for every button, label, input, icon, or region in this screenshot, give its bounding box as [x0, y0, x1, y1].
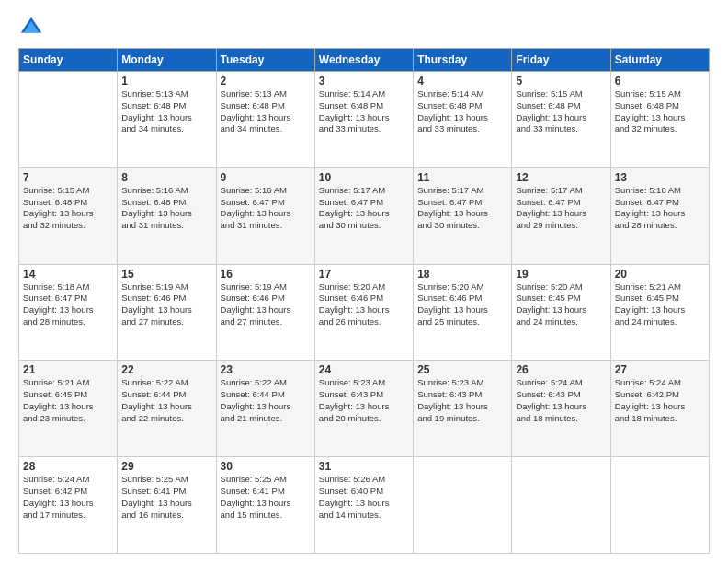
day-number: 23: [221, 363, 311, 376]
day-info: Sunrise: 5:24 AMSunset: 6:42 PMDaylight:…: [23, 474, 94, 519]
day-number: 11: [417, 171, 507, 184]
day-cell: 22 Sunrise: 5:22 AMSunset: 6:44 PMDaylig…: [118, 361, 216, 457]
day-cell: 8 Sunrise: 5:16 AMSunset: 6:48 PMDayligh…: [118, 167, 216, 264]
day-cell: 20 Sunrise: 5:21 AMSunset: 6:45 PMDaylig…: [610, 264, 709, 361]
day-number: 12: [516, 171, 606, 184]
day-number: 18: [417, 268, 507, 281]
day-cell: 21 Sunrise: 5:21 AMSunset: 6:45 PMDaylig…: [19, 361, 118, 457]
logo-icon: [18, 15, 44, 40]
day-cell: 31 Sunrise: 5:26 AMSunset: 6:40 PMDaylig…: [314, 457, 413, 554]
day-cell: 13 Sunrise: 5:18 AMSunset: 6:47 PMDaylig…: [610, 167, 709, 264]
day-number: 22: [121, 363, 211, 376]
weekday-header-saturday: Saturday: [610, 49, 709, 72]
day-number: 15: [121, 268, 211, 281]
day-cell: [414, 457, 512, 554]
day-info: Sunrise: 5:24 AMSunset: 6:43 PMDaylight:…: [516, 377, 586, 422]
day-cell: [610, 457, 709, 554]
week-row-4: 21 Sunrise: 5:21 AMSunset: 6:45 PMDaylig…: [19, 361, 710, 457]
day-number: 20: [615, 268, 705, 281]
day-cell: 16 Sunrise: 5:19 AMSunset: 6:46 PMDaylig…: [216, 264, 314, 361]
day-info: Sunrise: 5:15 AMSunset: 6:48 PMDaylight:…: [615, 88, 686, 133]
day-cell: 2 Sunrise: 5:13 AMSunset: 6:48 PMDayligh…: [216, 72, 314, 168]
day-info: Sunrise: 5:21 AMSunset: 6:45 PMDaylight:…: [23, 377, 94, 422]
day-cell: 25 Sunrise: 5:23 AMSunset: 6:43 PMDaylig…: [414, 361, 512, 457]
day-info: Sunrise: 5:14 AMSunset: 6:48 PMDaylight:…: [417, 88, 488, 133]
day-cell: 28 Sunrise: 5:24 AMSunset: 6:42 PMDaylig…: [19, 457, 118, 554]
day-number: 30: [221, 460, 311, 473]
day-info: Sunrise: 5:17 AMSunset: 6:47 PMDaylight:…: [516, 185, 586, 230]
weekday-header-monday: Monday: [118, 49, 216, 72]
day-info: Sunrise: 5:20 AMSunset: 6:45 PMDaylight:…: [516, 282, 586, 327]
day-info: Sunrise: 5:25 AMSunset: 6:41 PMDaylight:…: [121, 474, 192, 519]
day-info: Sunrise: 5:18 AMSunset: 6:47 PMDaylight:…: [615, 185, 686, 230]
day-cell: 3 Sunrise: 5:14 AMSunset: 6:48 PMDayligh…: [314, 72, 413, 168]
day-info: Sunrise: 5:19 AMSunset: 6:46 PMDaylight:…: [221, 282, 291, 327]
weekday-header-sunday: Sunday: [19, 49, 118, 72]
day-cell: 30 Sunrise: 5:25 AMSunset: 6:41 PMDaylig…: [216, 457, 314, 554]
weekday-header-wednesday: Wednesday: [314, 49, 413, 72]
day-cell: 4 Sunrise: 5:14 AMSunset: 6:48 PMDayligh…: [414, 72, 512, 168]
day-cell: [19, 72, 118, 168]
day-number: 29: [121, 460, 211, 473]
day-info: Sunrise: 5:25 AMSunset: 6:41 PMDaylight:…: [221, 474, 291, 519]
day-info: Sunrise: 5:16 AMSunset: 6:47 PMDaylight:…: [221, 185, 291, 230]
day-info: Sunrise: 5:18 AMSunset: 6:47 PMDaylight:…: [23, 282, 94, 327]
day-cell: 15 Sunrise: 5:19 AMSunset: 6:46 PMDaylig…: [118, 264, 216, 361]
day-cell: 9 Sunrise: 5:16 AMSunset: 6:47 PMDayligh…: [216, 167, 314, 264]
day-number: 13: [615, 171, 705, 184]
day-number: 14: [23, 268, 113, 281]
day-info: Sunrise: 5:16 AMSunset: 6:48 PMDaylight:…: [121, 185, 192, 230]
day-info: Sunrise: 5:22 AMSunset: 6:44 PMDaylight:…: [221, 377, 291, 422]
day-cell: 12 Sunrise: 5:17 AMSunset: 6:47 PMDaylig…: [512, 167, 610, 264]
day-number: 5: [516, 75, 606, 87]
week-row-3: 14 Sunrise: 5:18 AMSunset: 6:47 PMDaylig…: [19, 264, 710, 361]
day-number: 28: [23, 460, 113, 473]
day-number: 1: [121, 75, 211, 87]
weekday-header-tuesday: Tuesday: [216, 49, 314, 72]
day-info: Sunrise: 5:15 AMSunset: 6:48 PMDaylight:…: [23, 185, 94, 230]
day-cell: 11 Sunrise: 5:17 AMSunset: 6:47 PMDaylig…: [414, 167, 512, 264]
day-info: Sunrise: 5:15 AMSunset: 6:48 PMDaylight:…: [516, 88, 586, 133]
day-cell: 6 Sunrise: 5:15 AMSunset: 6:48 PMDayligh…: [610, 72, 709, 168]
day-number: 21: [23, 363, 113, 376]
weekday-header-row: SundayMondayTuesdayWednesdayThursdayFrid…: [19, 49, 710, 72]
day-info: Sunrise: 5:19 AMSunset: 6:46 PMDaylight:…: [121, 282, 192, 327]
day-number: 31: [319, 460, 409, 473]
week-row-1: 1 Sunrise: 5:13 AMSunset: 6:48 PMDayligh…: [19, 72, 710, 168]
day-info: Sunrise: 5:24 AMSunset: 6:42 PMDaylight:…: [615, 377, 686, 422]
week-row-5: 28 Sunrise: 5:24 AMSunset: 6:42 PMDaylig…: [19, 457, 710, 554]
day-number: 16: [221, 268, 311, 281]
day-number: 25: [417, 363, 507, 376]
day-number: 6: [615, 75, 705, 87]
day-number: 3: [319, 75, 409, 87]
day-cell: 5 Sunrise: 5:15 AMSunset: 6:48 PMDayligh…: [512, 72, 610, 168]
day-cell: 27 Sunrise: 5:24 AMSunset: 6:42 PMDaylig…: [610, 361, 709, 457]
day-number: 24: [319, 363, 409, 376]
day-info: Sunrise: 5:20 AMSunset: 6:46 PMDaylight:…: [319, 282, 390, 327]
day-number: 8: [121, 171, 211, 184]
day-number: 4: [417, 75, 507, 87]
day-cell: 14 Sunrise: 5:18 AMSunset: 6:47 PMDaylig…: [19, 264, 118, 361]
day-info: Sunrise: 5:22 AMSunset: 6:44 PMDaylight:…: [121, 377, 192, 422]
day-number: 17: [319, 268, 409, 281]
day-number: 19: [516, 268, 606, 281]
day-cell: 7 Sunrise: 5:15 AMSunset: 6:48 PMDayligh…: [19, 167, 118, 264]
day-info: Sunrise: 5:21 AMSunset: 6:45 PMDaylight:…: [615, 282, 686, 327]
day-number: 10: [319, 171, 409, 184]
day-info: Sunrise: 5:17 AMSunset: 6:47 PMDaylight:…: [417, 185, 488, 230]
day-cell: 1 Sunrise: 5:13 AMSunset: 6:48 PMDayligh…: [118, 72, 216, 168]
calendar-table: SundayMondayTuesdayWednesdayThursdayFrid…: [18, 48, 710, 554]
day-number: 9: [221, 171, 311, 184]
page: SundayMondayTuesdayWednesdayThursdayFrid…: [0, 0, 728, 563]
day-number: 26: [516, 363, 606, 376]
day-cell: 26 Sunrise: 5:24 AMSunset: 6:43 PMDaylig…: [512, 361, 610, 457]
day-cell: [512, 457, 610, 554]
day-number: 2: [221, 75, 311, 87]
day-cell: 24 Sunrise: 5:23 AMSunset: 6:43 PMDaylig…: [314, 361, 413, 457]
day-info: Sunrise: 5:17 AMSunset: 6:47 PMDaylight:…: [319, 185, 390, 230]
day-cell: 23 Sunrise: 5:22 AMSunset: 6:44 PMDaylig…: [216, 361, 314, 457]
day-cell: 17 Sunrise: 5:20 AMSunset: 6:46 PMDaylig…: [314, 264, 413, 361]
day-cell: 29 Sunrise: 5:25 AMSunset: 6:41 PMDaylig…: [118, 457, 216, 554]
week-row-2: 7 Sunrise: 5:15 AMSunset: 6:48 PMDayligh…: [19, 167, 710, 264]
day-number: 27: [615, 363, 705, 376]
